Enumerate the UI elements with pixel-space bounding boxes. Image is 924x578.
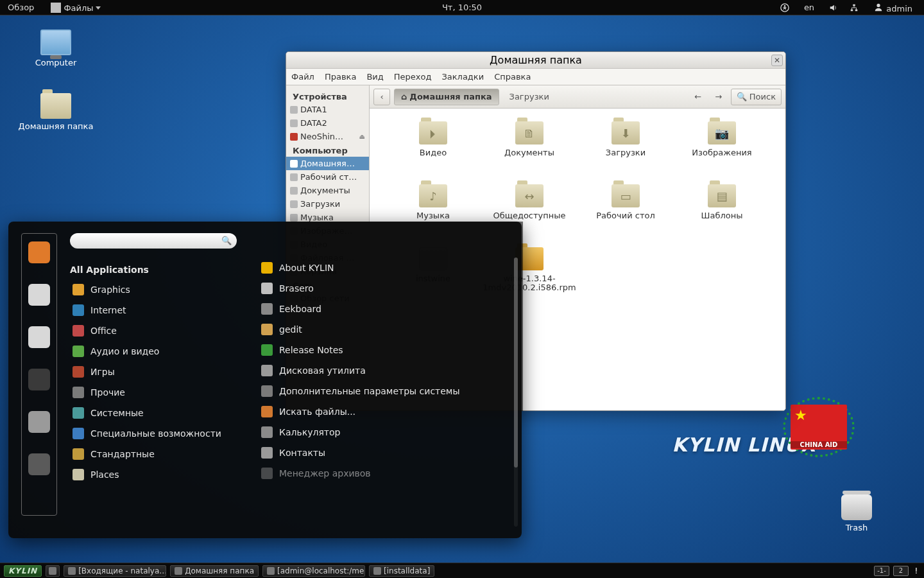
launcher-category[interactable]: Системные (70, 403, 251, 423)
file-item[interactable]: ▤Шаблоны (674, 184, 770, 242)
launcher-favorites (8, 222, 70, 538)
menu-view[interactable]: Вид (366, 72, 383, 82)
menu-help[interactable]: Справка (494, 72, 531, 82)
clock[interactable]: Чт, 10:50 (438, 1, 486, 13)
sidebar-item-downloads[interactable]: Загрузки (286, 197, 369, 211)
file-item[interactable]: 🗎Документы (481, 121, 578, 179)
launcher-category[interactable]: Places (70, 464, 251, 485)
accessibility-icon[interactable] (780, 3, 790, 13)
task-label: [Входящие - natalya… (78, 566, 166, 575)
launcher-category[interactable]: Игры (70, 362, 251, 382)
toolbar: ‹ ⌂Домашняя папка Загрузки ← → 🔍Поиск (370, 85, 785, 109)
scrollbar-thumb[interactable] (514, 258, 518, 468)
launcher-category[interactable]: Аудио и видео (70, 341, 251, 362)
user-menu[interactable]: admin (869, 1, 916, 15)
volume-icon[interactable] (828, 3, 839, 13)
sidebar-item-data2[interactable]: DATA2 (286, 116, 369, 130)
sidebar-item-desktop[interactable]: Рабочий ст… (286, 170, 369, 184)
sidebar-item-neoshine[interactable]: NeoShin…⏏ (286, 130, 369, 143)
launcher-app[interactable]: Контакты (259, 442, 511, 463)
file-label: Шаблоны (674, 211, 770, 220)
launcher-all-applications[interactable]: All Applications (70, 260, 251, 279)
notification-indicator[interactable]: ! (912, 566, 920, 575)
menu-file[interactable]: Файл (291, 72, 314, 82)
file-item[interactable]: ⬇Загрузки (578, 121, 674, 179)
launcher-app[interactable]: About KYLIN (259, 258, 511, 278)
back-button[interactable]: ‹ (373, 89, 390, 105)
folder-icon (290, 173, 298, 181)
breadcrumb-downloads[interactable]: Загрузки (503, 89, 556, 105)
menu-go[interactable]: Переход (394, 72, 432, 82)
files-menu-label: Файлы (64, 3, 93, 13)
sidebar-item-home[interactable]: Домашняя… (286, 157, 369, 170)
launcher-favorite[interactable] (28, 453, 50, 475)
launcher-category[interactable]: Специальные возможности (70, 423, 251, 444)
launcher-app[interactable]: Release Notes (259, 340, 511, 360)
activities-button[interactable]: Обзор (4, 1, 38, 13)
close-button[interactable]: ✕ (771, 55, 783, 66)
launcher-favorite[interactable] (28, 284, 50, 306)
launcher-search-input[interactable]: 🔍 (70, 233, 237, 249)
show-desktop-button[interactable] (46, 565, 60, 577)
launcher-app[interactable]: Дисковая утилита (259, 360, 511, 381)
file-item[interactable]: 📷Изображения (674, 121, 770, 179)
launcher-favorite[interactable] (28, 369, 50, 390)
desktop-icon (49, 567, 56, 575)
launcher-category[interactable]: Office (70, 320, 251, 341)
launcher-app[interactable]: Искать файлы... (259, 401, 511, 422)
taskbar-task[interactable]: Домашняя папка (170, 565, 259, 577)
taskbar-task[interactable]: [installdata] (369, 565, 434, 577)
drive-icon (290, 119, 298, 127)
menu-edit[interactable]: Правка (325, 72, 356, 82)
keyboard-layout-indicator[interactable]: en (800, 1, 818, 13)
launcher-category[interactable]: Internet (70, 300, 251, 320)
task-label: Домашняя папка (185, 566, 254, 575)
launcher-app[interactable]: Дополнительные параметры системы (259, 381, 511, 401)
launcher-app[interactable]: Менеджер архивов (259, 463, 511, 484)
category-icon (73, 284, 84, 295)
sidebar-item-data1[interactable]: DATA1 (286, 103, 369, 116)
launcher-app[interactable]: Brasero (259, 278, 511, 299)
launcher-category[interactable]: Graphics (70, 279, 251, 300)
scrollbar[interactable] (514, 258, 518, 527)
app-icon (261, 468, 273, 479)
nav-forward-button[interactable]: → (710, 89, 727, 105)
workspace-1[interactable]: -1- (874, 566, 889, 576)
desktop-icon-trash[interactable]: Trash (815, 495, 898, 532)
taskbar-task[interactable]: [admin@localhost:/me… (262, 565, 365, 577)
menu-bookmarks[interactable]: Закладки (441, 72, 484, 82)
launcher-category[interactable]: Прочие (70, 382, 251, 403)
task-icon (68, 567, 76, 575)
file-item[interactable]: ⏵Видео (385, 121, 481, 179)
desktop-icon-computer[interactable]: Computer (14, 30, 98, 67)
desktop-icon-home[interactable]: Домашняя папка (14, 93, 98, 131)
sidebar-item-documents[interactable]: Документы (286, 184, 369, 197)
eject-icon[interactable]: ⏏ (359, 133, 365, 140)
launcher-favorite[interactable] (28, 326, 50, 348)
workspace-2[interactable]: 2 (893, 566, 909, 576)
launcher-app[interactable]: Eekboard (259, 299, 511, 319)
launcher-favorite[interactable] (28, 411, 50, 433)
category-icon (73, 448, 84, 460)
file-item[interactable]: ▭Рабочий стол (578, 184, 674, 242)
launcher-app[interactable]: gedit (259, 319, 511, 340)
app-icon (261, 406, 273, 417)
folder-icon: ⏵ (419, 121, 447, 144)
folder-icon (40, 93, 71, 119)
launcher-favorite[interactable] (28, 241, 50, 263)
search-button[interactable]: 🔍Поиск (731, 89, 782, 105)
launcher-apps-pane: About KYLINBraseroEekboardgeditRelease N… (256, 222, 522, 538)
files-menu-button[interactable]: Файлы (47, 1, 104, 14)
disc-icon (290, 133, 298, 141)
taskbar-task[interactable]: [Входящие - natalya… (64, 565, 166, 577)
window-titlebar[interactable]: Домашняя папка ✕ (286, 52, 785, 69)
breadcrumb-home[interactable]: ⌂Домашняя папка (394, 89, 499, 105)
start-button[interactable]: KYLIN (4, 565, 42, 577)
network-icon[interactable] (849, 3, 859, 13)
badge-caption: CHINA AID (791, 441, 847, 448)
launcher-category[interactable]: Стандартные (70, 444, 251, 464)
launcher-app[interactable]: Калькулятор (259, 422, 511, 442)
nav-back-button[interactable]: ← (690, 89, 706, 105)
folder-icon: ↔ (515, 184, 543, 207)
app-icon (261, 365, 273, 376)
